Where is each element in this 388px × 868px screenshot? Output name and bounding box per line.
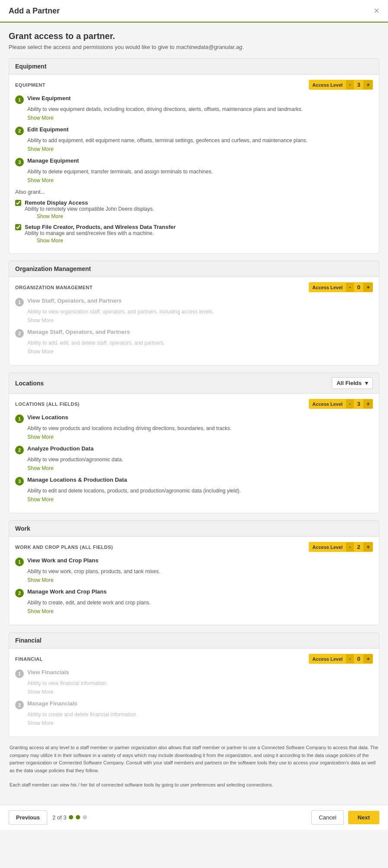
org-management-section-body: ORGANIZATION MANAGEMENT Access Level - 0… [9, 277, 379, 365]
footer-note-1: Granting access at any level to a staff … [9, 744, 379, 774]
locations-access-row: LOCATIONS (ALL FIELDS) Access Level - 3 … [15, 399, 373, 409]
financial-perm-1-desc: Ability to view financial information. [27, 679, 373, 687]
footer-note-2: Each staff member can view his / her lis… [9, 781, 379, 789]
financial-perm-2-title: Manage Financials [27, 700, 78, 707]
org-perm-1-title: View Staff, Operators, and Partners [27, 297, 122, 304]
equipment-perm-3-show-more[interactable]: Show More [27, 177, 54, 183]
work-access-label: WORK AND CROP PLANS (ALL FIELDS) [15, 545, 113, 550]
locations-access-level-label: Access Level [309, 400, 346, 408]
remote-display-desc: Ability to remotely view compatible John… [25, 206, 154, 212]
locations-perm-1-title: View Locations [27, 414, 68, 421]
locations-dropdown[interactable]: All Fields ▾ [332, 377, 373, 389]
org-perm-1-desc: Ability to view organization staff, oper… [27, 308, 373, 316]
financial-access-level-control: Access Level - 0 + [309, 654, 373, 664]
org-management-section-header: Organization Management [9, 261, 379, 277]
work-perm-2-number: 2 [15, 589, 24, 597]
work-perm-2-show-more[interactable]: Show More [27, 608, 54, 614]
financial-access-increase[interactable]: + [363, 654, 373, 663]
work-access-level-control: Access Level - 2 + [309, 542, 373, 552]
financial-access-label: FINANCIAL [15, 656, 43, 662]
equipment-perm-3-number: 3 [15, 158, 24, 166]
locations-perm-2: 2 Analyze Production Data Ability to vie… [15, 445, 373, 471]
locations-access-value: 3 [354, 399, 363, 409]
locations-section: Locations All Fields ▾ LOCATIONS (ALL FI… [9, 372, 379, 513]
work-section-header: Work [9, 521, 379, 537]
org-perm-1: 1 View Staff, Operators, and Partners Ab… [15, 297, 373, 323]
page-dot-2 [76, 815, 80, 819]
modal-header: Add a Partner × [0, 0, 388, 23]
org-management-section: Organization Management ORGANIZATION MAN… [9, 261, 379, 365]
locations-perm-1-show-more[interactable]: Show More [27, 434, 54, 440]
org-perm-2-number: 2 [15, 329, 24, 338]
locations-section-body: LOCATIONS (ALL FIELDS) Access Level - 3 … [9, 394, 379, 513]
equipment-section-header: Equipment [9, 59, 379, 75]
setup-file-checkbox-item: Setup File Creator, Products, and Wirele… [15, 224, 373, 244]
work-access-decrease[interactable]: - [346, 542, 354, 551]
setup-file-checkbox[interactable] [15, 224, 21, 230]
work-access-value: 2 [354, 542, 363, 552]
next-button[interactable]: Next [348, 811, 379, 824]
locations-access-label: LOCATIONS (ALL FIELDS) [15, 401, 80, 407]
locations-perm-3-number: 3 [15, 477, 24, 486]
financial-perm-2-show-more[interactable]: Show More [27, 720, 54, 726]
remote-display-checkbox-item: Remote Display Access Ability to remotel… [15, 199, 373, 219]
org-management-access-decrease[interactable]: - [346, 283, 354, 292]
work-perm-1-title: View Work and Crop Plans [27, 557, 98, 564]
work-section-body: WORK AND CROP PLANS (ALL FIELDS) Access … [9, 537, 379, 625]
work-perm-1-show-more[interactable]: Show More [27, 577, 54, 583]
equipment-perm-2-desc: Ability to add equipment, edit equipment… [27, 137, 373, 144]
also-grant-label: Also grant... [15, 189, 373, 195]
work-perm-2-desc: Ability to create, edit, and delete work… [27, 599, 373, 607]
equipment-access-decrease[interactable]: - [346, 80, 354, 89]
org-perm-1-number: 1 [15, 298, 24, 307]
remote-display-checkbox[interactable] [15, 200, 21, 206]
org-management-access-increase[interactable]: + [363, 283, 373, 292]
financial-section-header: Financial [9, 633, 379, 649]
remote-display-show-more[interactable]: Show More [37, 213, 63, 219]
financial-perm-2: 2 Manage Financials Ability to create an… [15, 700, 373, 726]
equipment-section: Equipment EQUIPMENT Access Level - 3 + 1… [9, 58, 379, 254]
previous-button[interactable]: Previous [9, 810, 47, 825]
work-access-increase[interactable]: + [363, 542, 373, 551]
equipment-perm-3-title: Manage Equipment [27, 157, 79, 164]
locations-perm-3: 3 Manage Locations & Production Data Abi… [15, 476, 373, 503]
locations-perm-3-show-more[interactable]: Show More [27, 496, 54, 503]
page-dot-1 [69, 815, 73, 819]
footer-right: Cancel Next [311, 810, 379, 825]
financial-perm-1-show-more[interactable]: Show More [27, 689, 54, 695]
locations-perm-2-show-more[interactable]: Show More [27, 465, 54, 471]
org-management-access-row: ORGANIZATION MANAGEMENT Access Level - 0… [15, 282, 373, 292]
equipment-perm-3: 3 Manage Equipment Ability to delete equ… [15, 157, 373, 183]
org-management-access-level-control: Access Level - 0 + [309, 282, 373, 292]
org-management-section-title: Organization Management [15, 265, 91, 272]
financial-perm-1: 1 View Financials Ability to view financ… [15, 669, 373, 695]
equipment-section-body: EQUIPMENT Access Level - 3 + 1 View Equi… [9, 75, 379, 253]
financial-access-decrease[interactable]: - [346, 654, 354, 663]
setup-file-show-more[interactable]: Show More [37, 238, 63, 244]
modal-title: Add a Partner [9, 7, 60, 16]
equipment-perm-1: 1 View Equipment Ability to view equipme… [15, 95, 373, 121]
work-perm-1: 1 View Work and Crop Plans Ability to vi… [15, 557, 373, 583]
org-perm-2-show-more[interactable]: Show More [27, 349, 54, 355]
work-perm-2-title: Manage Work and Crop Plans [27, 588, 107, 595]
locations-perm-1-number: 1 [15, 414, 24, 423]
cancel-button[interactable]: Cancel [311, 810, 343, 825]
equipment-perm-1-show-more[interactable]: Show More [27, 115, 54, 121]
locations-access-increase[interactable]: + [363, 399, 373, 408]
work-access-row: WORK AND CROP PLANS (ALL FIELDS) Access … [15, 542, 373, 552]
equipment-perm-2-show-more[interactable]: Show More [27, 146, 54, 152]
remote-display-title: Remote Display Access [25, 199, 154, 206]
equipment-perm-1-desc: Ability to view equipment details, inclu… [27, 105, 373, 113]
close-button[interactable]: × [374, 6, 379, 16]
locations-section-header: Locations All Fields ▾ [9, 373, 379, 394]
locations-access-decrease[interactable]: - [346, 399, 354, 408]
financial-perm-1-number: 1 [15, 669, 24, 678]
page-subtitle: Please select the access and permissions… [9, 44, 379, 50]
equipment-access-value: 3 [354, 80, 363, 90]
org-perm-1-show-more[interactable]: Show More [27, 317, 54, 323]
equipment-access-increase[interactable]: + [363, 80, 373, 89]
page-title: Grant access to a partner. [9, 31, 379, 41]
equipment-access-level-control: Access Level - 3 + [309, 80, 373, 90]
equipment-perm-3-desc: Ability to delete equipment, transfer te… [27, 168, 373, 176]
equipment-section-title: Equipment [15, 63, 46, 70]
